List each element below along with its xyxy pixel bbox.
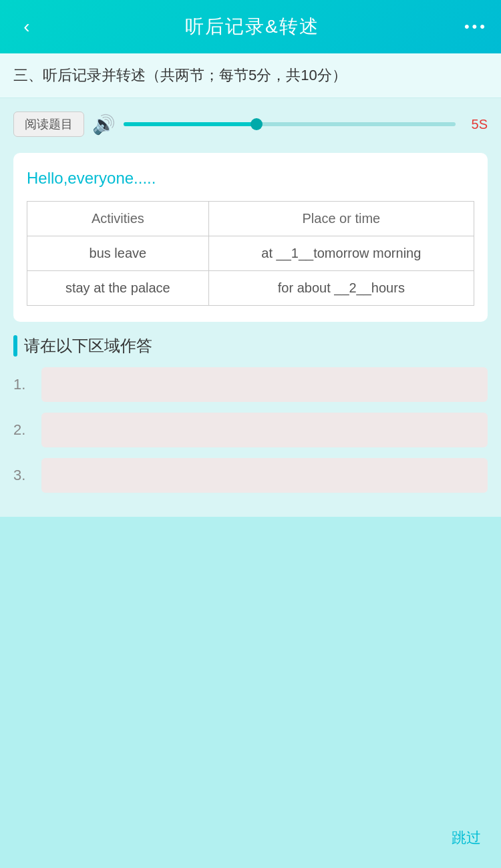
skip-button[interactable]: 跳过 [452, 828, 481, 848]
place-time-1: at __1__tomorrow morning [208, 236, 474, 271]
table-row: stay at the palace for about __2__hours [27, 271, 474, 306]
answer-number-3: 3. [13, 467, 33, 484]
progress-dot [251, 118, 263, 130]
subtitle-bar: 三、听后记录并转述（共两节；每节5分，共10分） [0, 53, 501, 98]
audio-bar: 阅读题目 🔊 5S [13, 112, 488, 137]
answer-section: 请在以下区域作答 1. 2. 3. [13, 335, 488, 493]
answer-number-1: 1. [13, 376, 33, 393]
speaker-icon[interactable]: 🔊 [92, 114, 116, 136]
place-time-2: for about __2__hours [208, 271, 474, 306]
activity-2: stay at the palace [27, 271, 209, 306]
back-button[interactable]: ‹ [13, 16, 40, 37]
answer-item-2: 2. [13, 413, 488, 447]
table-row: bus leave at __1__tomorrow morning [27, 236, 474, 271]
timer-label: 5S [464, 117, 488, 132]
table-header-place-time: Place or time [208, 202, 474, 236]
main-content: 阅读题目 🔊 5S Hello,everyone..... Activities… [0, 98, 501, 517]
more-button[interactable]: ••• [464, 18, 488, 35]
activity-1: bus leave [27, 236, 209, 271]
answer-number-2: 2. [13, 421, 33, 439]
progress-bar[interactable] [124, 122, 456, 126]
activities-table: Activities Place or time bus leave at __… [27, 201, 474, 306]
answer-instruction: 请在以下区域作答 [13, 335, 488, 357]
subtitle-text: 三、听后记录并转述（共两节；每节5分，共10分） [13, 67, 347, 83]
instruction-text: 请在以下区域作答 [24, 335, 152, 357]
greeting-text: Hello,everyone..... [27, 169, 474, 188]
header: ‹ 听后记录&转述 ••• [0, 0, 501, 53]
answer-input-1[interactable] [41, 367, 488, 402]
answer-item-1: 1. [13, 367, 488, 402]
answer-input-3[interactable] [41, 458, 488, 493]
progress-fill [124, 122, 257, 126]
read-button[interactable]: 阅读题目 [13, 112, 84, 137]
header-title: 听后记录&转述 [185, 14, 319, 39]
answer-item-3: 3. [13, 458, 488, 493]
answer-input-2[interactable] [41, 413, 488, 447]
table-header-activities: Activities [27, 202, 209, 236]
content-card: Hello,everyone..... Activities Place or … [13, 153, 488, 322]
instruction-bar-icon [13, 335, 17, 357]
